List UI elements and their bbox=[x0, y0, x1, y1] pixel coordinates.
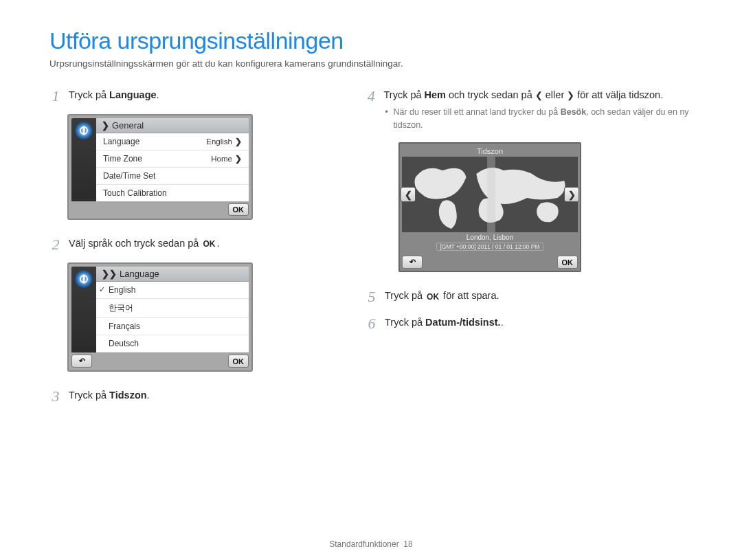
step-number: 6 bbox=[366, 315, 378, 332]
step-number: 1 bbox=[49, 88, 62, 104]
chevron-double-right-icon: ❯❯ bbox=[102, 269, 117, 279]
row-label: Time Zone bbox=[103, 154, 142, 164]
panel-header-title: Language bbox=[120, 269, 159, 279]
step-number: 2 bbox=[49, 236, 62, 253]
settings-sidebar bbox=[71, 118, 96, 201]
back-button[interactable]: ↶ bbox=[402, 256, 423, 269]
step-3: 3 Tryck på Tidszon. bbox=[49, 388, 338, 405]
chevron-left-icon: ❮ bbox=[535, 90, 543, 100]
step-text: Tryck på bbox=[385, 317, 425, 328]
timezone-city: London, Lisbon bbox=[402, 234, 578, 242]
chevron-right-icon: ❯ bbox=[235, 137, 242, 146]
step-4: 4 Tryck på Hem och tryck sedan på ❮ elle… bbox=[366, 88, 693, 131]
step-1: 1 Tryck på Language. bbox=[49, 88, 338, 104]
step-bold: Language bbox=[109, 89, 156, 100]
step-5: 5 Tryck på OK för att spara. bbox=[366, 289, 693, 305]
language-panel: ❯❯ Language English 한국어 Français Deutsch… bbox=[67, 262, 253, 372]
step-bold: Datum-/tidsinst. bbox=[425, 317, 501, 328]
step-note: När du reser till ett annat land trycker… bbox=[383, 106, 693, 132]
chevron-right-icon: ❯ bbox=[235, 154, 242, 164]
step-text: för att spara. bbox=[440, 290, 499, 301]
next-timezone-button[interactable]: ❯ bbox=[564, 187, 579, 202]
row-label: Date/Time Set bbox=[103, 171, 155, 181]
step-text: Tryck på bbox=[69, 89, 109, 100]
svg-rect-1 bbox=[487, 157, 495, 232]
row-label: Language bbox=[103, 137, 139, 146]
step-text: Välj språk och tryck sedan på bbox=[69, 238, 201, 249]
lang-francais[interactable]: Français bbox=[96, 318, 249, 335]
step-number: 3 bbox=[49, 388, 62, 405]
step-text: . bbox=[501, 317, 504, 328]
row-touch-calibration[interactable]: Touch Calibration bbox=[96, 185, 249, 201]
row-label: Touch Calibration bbox=[103, 188, 167, 198]
chevron-right-icon: ❯ bbox=[102, 120, 109, 131]
step-text: och tryck sedan på bbox=[446, 89, 535, 100]
chevron-right-icon: ❯ bbox=[567, 90, 574, 100]
footer-page: 18 bbox=[403, 539, 412, 549]
row-time-zone[interactable]: Time Zone Home❯ bbox=[96, 150, 249, 168]
lang-korean[interactable]: 한국어 bbox=[96, 299, 249, 318]
step-bold: Tidszon bbox=[109, 390, 147, 401]
ok-button[interactable]: OK bbox=[228, 203, 249, 216]
step-number: 4 bbox=[366, 88, 376, 104]
step-text: . bbox=[216, 238, 219, 249]
timezone-title: Tidszon bbox=[402, 146, 578, 157]
step-text: för att välja tidszon. bbox=[574, 89, 663, 100]
lang-english[interactable]: English bbox=[96, 282, 249, 299]
step-2: 2 Välj språk och tryck sedan på OK. bbox=[49, 236, 338, 253]
step-text: eller bbox=[543, 89, 567, 100]
gear-icon bbox=[76, 122, 92, 139]
step-text: . bbox=[147, 390, 150, 401]
ok-icon: OK bbox=[201, 238, 216, 250]
step-text: Tryck på bbox=[385, 290, 425, 301]
page-subtitle: Urpsrungsinställningsskärmen gör att du … bbox=[49, 58, 693, 69]
timezone-gmt: [GMT +00:00] 2011 / 01 / 01 12:00 PM bbox=[436, 243, 543, 251]
ok-button[interactable]: OK bbox=[557, 256, 578, 269]
row-value: English bbox=[206, 137, 232, 146]
page-title: Utföra ursprungsinställningen bbox=[49, 27, 693, 54]
step-text: Tryck på bbox=[383, 89, 424, 100]
ok-icon: OK bbox=[425, 291, 440, 303]
step-6: 6 Tryck på Datum-/tidsinst.. bbox=[366, 315, 693, 332]
back-button[interactable]: ↶ bbox=[71, 355, 92, 368]
note-text: När du reser till ett annat land trycker… bbox=[393, 107, 560, 117]
general-settings-panel: ❯ General Language English❯ Time Zone Ho… bbox=[67, 114, 253, 220]
settings-sidebar bbox=[71, 267, 96, 352]
footer-section: Standardfunktioner bbox=[329, 539, 398, 549]
note-bold: Besök bbox=[561, 107, 587, 117]
row-value: Home bbox=[211, 155, 232, 163]
row-language[interactable]: Language English❯ bbox=[96, 133, 249, 150]
step-text: Tryck på bbox=[69, 390, 109, 401]
row-date-time-set[interactable]: Date/Time Set bbox=[96, 168, 249, 185]
step-number: 5 bbox=[366, 289, 378, 305]
world-map: ❮ ❯ bbox=[402, 157, 578, 232]
step-text: . bbox=[157, 89, 159, 100]
lang-deutsch[interactable]: Deutsch bbox=[96, 335, 249, 352]
timezone-panel: Tidszon ❮ ❯ Londo bbox=[398, 142, 581, 272]
page-footer: Standardfunktioner 18 bbox=[0, 539, 742, 549]
panel-header-title: General bbox=[112, 120, 144, 131]
panel-header: ❯❯ Language bbox=[96, 267, 249, 282]
step-bold: Hem bbox=[425, 89, 446, 100]
ok-button[interactable]: OK bbox=[228, 355, 249, 368]
gear-icon bbox=[76, 271, 92, 287]
prev-timezone-button[interactable]: ❮ bbox=[401, 187, 416, 202]
panel-header: ❯ General bbox=[96, 118, 249, 133]
